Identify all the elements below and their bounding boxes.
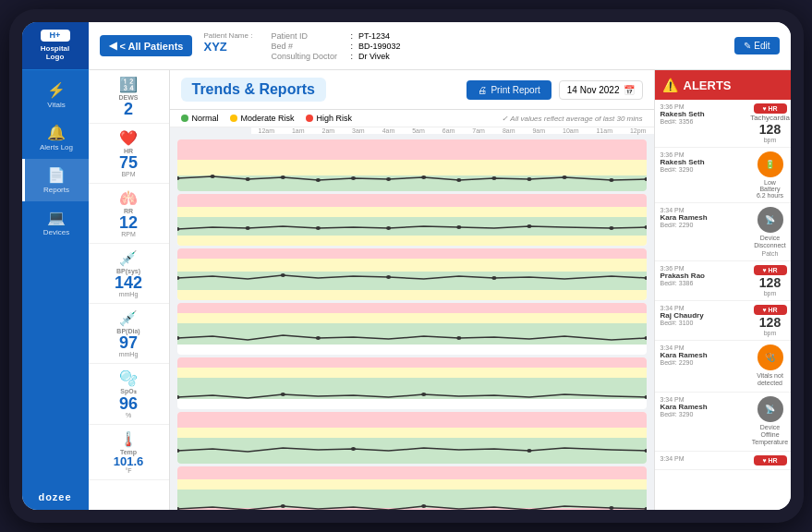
reports-icon: 📄 xyxy=(47,166,66,184)
alert-left-2: 3:36 PM Rakesh Seth Bed#: 3290 xyxy=(655,148,750,202)
back-arrow-icon: ◀ xyxy=(109,40,116,52)
sidebar-item-reports[interactable]: 📄 Reports xyxy=(22,159,89,201)
alert-item-3[interactable]: 3:34 PM Kara Ramesh Bed#: 2290 📡 Device … xyxy=(655,203,791,261)
svg-point-5 xyxy=(350,176,355,180)
svg-point-33 xyxy=(421,393,426,396)
sidebar-reports-label: Reports xyxy=(43,186,69,194)
logo-text: Hospital xyxy=(41,44,70,54)
vital-spo2[interactable]: 🫧 SpO₂ 96 % xyxy=(89,364,169,425)
alert-unit-4: bpm xyxy=(764,290,777,296)
edit-label: ✎ Edit xyxy=(744,41,770,51)
bpsys-chart-band xyxy=(177,303,647,355)
trends-panel: Trends & Reports 🖨 Print Report 14 Nov 2… xyxy=(170,70,654,510)
bpsys-unit: mmHg xyxy=(119,291,139,297)
svg-point-2 xyxy=(245,177,249,181)
alert-right-4: ♥ HR 128 bpm xyxy=(750,261,791,300)
alert-item-6[interactable]: 3:34 PM Kara Ramesh Bed#: 2290 🩺 Vitals … xyxy=(655,341,791,393)
svg-point-38 xyxy=(644,449,647,453)
legend-normal: Normal xyxy=(181,114,219,123)
vital-bpdia[interactable]: 💉 BP(Dia) 97 mmHg xyxy=(89,304,169,364)
sidebar-devices-label: Devices xyxy=(43,228,69,236)
print-label: Print Report xyxy=(491,85,539,95)
alert-time-8: 3:34 PM xyxy=(661,455,745,462)
alert-right-8: ♥ HR xyxy=(750,452,791,469)
alert-item-2[interactable]: 3:36 PM Rakesh Seth Bed#: 3290 🔋 Low Bat… xyxy=(655,148,791,203)
svg-point-30 xyxy=(644,336,647,340)
body-area: 🔢 DEWS 2 ❤️ HR 75 BPM 🫁 RR 12 RPM xyxy=(89,70,791,510)
charts-area xyxy=(170,136,654,510)
svg-point-39 xyxy=(177,507,180,510)
date-badge: 14 Nov 2022 📅 xyxy=(559,80,643,100)
dews-icon: 🔢 xyxy=(119,76,138,93)
patient-name-label: Patient Name : xyxy=(203,31,252,40)
hr-unit: BPM xyxy=(121,171,135,177)
trends-title: Trends & Reports xyxy=(181,78,326,102)
alert-item-4[interactable]: 3:36 PM Prakash Rao Bed#: 3386 ♥ HR 128 … xyxy=(655,261,791,301)
svg-point-12 xyxy=(609,178,613,182)
svg-point-8 xyxy=(456,178,461,182)
sidebar-item-alerts[interactable]: 🔔 Alerts Log xyxy=(22,116,89,159)
alert-item-7[interactable]: 3:34 PM Kara Ramesh Bed#: 3290 📡 Device … xyxy=(655,393,791,452)
svg-point-36 xyxy=(350,447,355,451)
edit-button[interactable]: ✎ Edit xyxy=(734,37,779,54)
alert-time-7: 3:34 PM xyxy=(661,396,745,403)
svg-point-28 xyxy=(315,336,320,340)
vital-temp[interactable]: 🌡️ Temp 101.6 °F xyxy=(89,425,169,480)
patient-header: ◀ < All Patients Patient Name : XYZ Pati… xyxy=(89,22,791,70)
svg-point-16 xyxy=(315,226,320,230)
alert-icon-7: 📡 xyxy=(757,396,783,422)
consulting-row: Consulting Doctor : Dr Vivek xyxy=(271,52,400,61)
alert-bed-3: Bed#: 2290 xyxy=(661,222,745,228)
chart-hr xyxy=(177,194,647,246)
avg-note: ✓ All values reflect average of last 30 … xyxy=(502,115,642,123)
alert-bed-6: Bed#: 2290 xyxy=(661,359,745,366)
rr-icon: 🫁 xyxy=(119,189,138,207)
svg-point-43 xyxy=(644,507,647,510)
svg-point-17 xyxy=(386,226,391,230)
vital-bpsys[interactable]: 💉 BP(sys) 142 mmHg xyxy=(89,244,169,304)
all-patients-button[interactable]: ◀ < All Patients xyxy=(100,35,193,56)
temp-unit: °F xyxy=(125,467,131,474)
svg-point-6 xyxy=(386,177,391,181)
alert-right-5: ♥ HR 128 bpm xyxy=(750,301,791,340)
normal-dot xyxy=(181,115,188,122)
alert-bed-7: Bed#: 3290 xyxy=(661,411,745,417)
alert-item-5[interactable]: 3:34 PM Raj Chaudry Bed#: 3100 ♥ HR 128 … xyxy=(655,301,791,341)
sidebar-item-devices[interactable]: 💻 Devices xyxy=(22,201,89,244)
moderate-label: Moderate Risk xyxy=(241,114,295,123)
svg-point-14 xyxy=(177,227,180,231)
alert-right-7: 📡 Device Offline Temperature xyxy=(750,393,791,451)
svg-point-25 xyxy=(491,276,496,280)
sidebar-bottom: dozee xyxy=(38,484,71,510)
alert-left-4: 3:36 PM Prakash Rao Bed#: 3386 xyxy=(655,261,750,300)
alert-item-8[interactable]: 3:34 PM ♥ HR xyxy=(655,452,791,470)
alert-detail2-2: 6.2 hours xyxy=(757,192,783,199)
rr-unit: RPM xyxy=(121,231,136,237)
svg-point-24 xyxy=(386,275,391,279)
vital-rr[interactable]: 🫁 RR 12 RPM xyxy=(89,184,169,244)
sidebar-item-vitals[interactable]: ⚡ Vitals xyxy=(22,74,89,116)
date-value: 14 Nov 2022 xyxy=(567,85,620,95)
alert-item-1[interactable]: 3:36 PM Rakesh Seth Bed#: 3356 ♥ HR Tach… xyxy=(655,100,791,148)
temp-value: 101.6 xyxy=(114,455,144,467)
chart-bpdia xyxy=(177,357,647,409)
svg-point-26 xyxy=(644,276,647,280)
hr-icon: ❤️ xyxy=(119,129,138,147)
dews-value: 2 xyxy=(124,101,133,117)
spo2-chart-band xyxy=(177,412,647,464)
alert-name-5: Raj Chaudry xyxy=(661,311,745,320)
print-report-button[interactable]: 🖨 Print Report xyxy=(467,80,551,100)
alert-name-3: Kara Ramesh xyxy=(661,213,745,222)
bpdia-unit: mmHg xyxy=(119,351,139,357)
vital-hr[interactable]: ❤️ HR 75 BPM xyxy=(89,124,169,184)
trends-actions: 🖨 Print Report 14 Nov 2022 📅 xyxy=(467,80,642,100)
bpdia-chart-band xyxy=(177,357,647,409)
alert-name-2: Rakesh Seth xyxy=(661,158,745,166)
svg-point-29 xyxy=(456,336,461,340)
alert-right-3: 📡 Device Disconnect Patch xyxy=(750,203,791,260)
alert-time-5: 3:34 PM xyxy=(661,305,745,311)
spo2-icon: 🫧 xyxy=(119,369,138,387)
vital-dews[interactable]: 🔢 DEWS 2 xyxy=(89,70,169,124)
bpsys-icon: 💉 xyxy=(119,249,138,267)
alert-time-3: 3:34 PM xyxy=(661,207,745,213)
